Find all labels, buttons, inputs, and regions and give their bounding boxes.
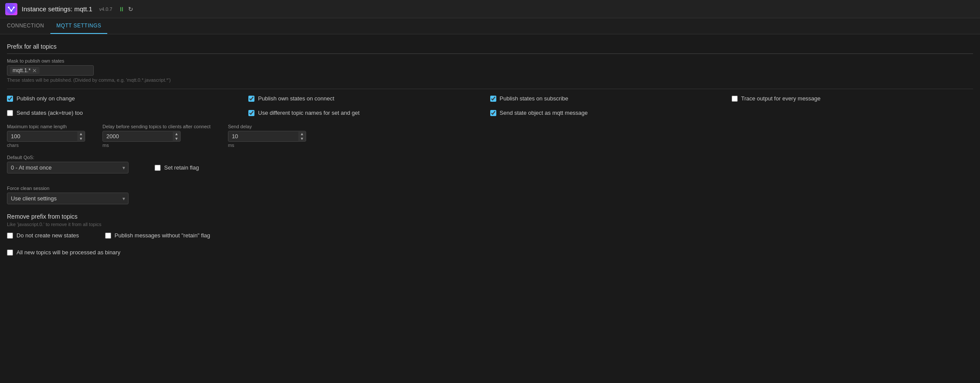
remove-prefix-checkboxes: Do not create new states Publish message… xyxy=(7,232,973,243)
delay-up[interactable]: ▲ xyxy=(175,132,178,137)
tab-connection[interactable]: CONNECTION xyxy=(1,18,50,34)
svg-point-3 xyxy=(10,10,12,12)
divider-1 xyxy=(7,89,973,89)
send-delay-spinners: ▲ ▼ xyxy=(298,132,306,141)
prefix-section-header: Prefix for all topics xyxy=(7,43,973,54)
delay-input[interactable] xyxy=(103,131,173,141)
mask-tag-text: mqtt.1.* xyxy=(13,67,30,73)
mask-input-wrapper: mqtt.1.* ✕ xyxy=(7,65,94,76)
publish-on-change-checkbox[interactable] xyxy=(7,96,13,102)
cb-col-publish-on-change: Publish only on change xyxy=(7,95,248,102)
binary-label: All new topics will be processed as bina… xyxy=(16,249,120,256)
app-logo xyxy=(5,3,17,15)
force-clean-select[interactable]: Use client settings Yes No xyxy=(7,193,129,204)
binary-group: All new topics will be processed as bina… xyxy=(7,249,973,256)
delay-label: Delay before sending topics to clients a… xyxy=(102,124,211,129)
max-topic-up[interactable]: ▲ xyxy=(79,132,83,137)
delay-unit: ms xyxy=(102,143,211,148)
default-qos-select-outer: 0 - At most once 1 - At least once 2 - E… xyxy=(7,162,129,173)
mask-tag: mqtt.1.* ✕ xyxy=(10,67,40,74)
send-ack-label: Send states (ack=true) too xyxy=(16,110,83,116)
set-retain-checkbox[interactable] xyxy=(155,165,161,171)
no-retain-label: Publish messages without "retain" flag xyxy=(115,232,210,239)
app-title: Instance settings: mqtt.1 xyxy=(22,5,92,13)
send-delay-field-group: Send delay ▲ ▼ ms xyxy=(228,124,306,148)
no-retain-checkbox[interactable] xyxy=(105,233,111,239)
send-state-object-checkbox[interactable] xyxy=(490,110,496,116)
publish-on-subscribe-checkbox[interactable] xyxy=(490,96,496,102)
send-delay-input[interactable] xyxy=(228,131,298,141)
binary-checkbox[interactable] xyxy=(7,250,13,256)
max-topic-unit: chars xyxy=(7,143,85,148)
force-clean-select-outer: Use client settings Yes No xyxy=(7,193,129,204)
send-delay-up[interactable]: ▲ xyxy=(300,132,304,137)
max-topic-down[interactable]: ▼ xyxy=(79,137,83,141)
trace-output-checkbox[interactable] xyxy=(732,96,738,102)
svg-point-2 xyxy=(13,7,15,8)
delay-down[interactable]: ▼ xyxy=(175,137,178,141)
no-new-states-checkbox[interactable] xyxy=(7,233,13,239)
send-state-object-label: Send state object as mqtt message xyxy=(500,110,588,116)
cb-col-send-ack: Send states (ack=true) too xyxy=(7,110,248,116)
max-topic-input-wrap: ▲ ▼ xyxy=(7,131,85,142)
max-topic-label: Maximum topic name length xyxy=(7,124,85,129)
pause-icon[interactable]: ⏸ xyxy=(119,6,125,13)
send-delay-label: Send delay xyxy=(228,124,306,129)
publish-own-states-label: Publish own states on connect xyxy=(258,95,334,102)
publish-on-subscribe-label: Publish states on subscribe xyxy=(500,95,568,102)
cb-col-send-state-object: Send state object as mqtt message xyxy=(490,110,732,116)
checkbox-row-1: Publish only on change Publish own state… xyxy=(7,95,973,102)
svg-point-0 xyxy=(7,4,16,14)
force-clean-group: Force clean session Use client settings … xyxy=(7,186,973,204)
tabs-bar: CONNECTION MQTT SETTINGS xyxy=(0,18,980,34)
remove-prefix-hint: Like 'javascript.0.' to remove it from a… xyxy=(7,222,973,227)
svg-point-1 xyxy=(8,7,10,8)
default-qos-label: Default QoS: xyxy=(7,155,129,160)
refresh-icon[interactable]: ↻ xyxy=(128,6,133,13)
checkbox-row-2: Send states (ack=true) too Use different… xyxy=(7,110,973,116)
cb-col-publish-on-subscribe: Publish states on subscribe xyxy=(490,95,732,102)
no-retain-group: Publish messages without "retain" flag xyxy=(105,232,210,239)
publish-own-states-checkbox[interactable] xyxy=(248,96,254,102)
max-topic-spinners: ▲ ▼ xyxy=(77,132,85,141)
force-clean-label: Force clean session xyxy=(7,186,973,191)
cb-col-diff-topic-names: Use different topic names for set and ge… xyxy=(248,110,490,116)
set-retain-group: Set retain flag xyxy=(155,164,199,171)
max-topic-field-group: Maximum topic name length ▲ ▼ chars xyxy=(7,124,85,148)
delay-field-group: Delay before sending topics to clients a… xyxy=(102,124,211,148)
remove-prefix-title: Remove prefix from topics xyxy=(7,213,973,220)
top-bar: Instance settings: mqtt.1 v4.0.7 ⏸ ↻ xyxy=(0,0,980,18)
cb-col-publish-own-states: Publish own states on connect xyxy=(248,95,490,102)
tab-mqtt-settings[interactable]: MQTT SETTINGS xyxy=(50,18,108,34)
publish-on-change-label: Publish only on change xyxy=(16,95,75,102)
mask-label: Mask to publish own states xyxy=(7,58,973,63)
version-badge: v4.0.7 xyxy=(99,7,112,12)
send-delay-input-wrap: ▲ ▼ xyxy=(228,131,306,142)
send-delay-down[interactable]: ▼ xyxy=(300,137,304,141)
numeric-fields-row: Maximum topic name length ▲ ▼ chars Dela… xyxy=(7,124,973,148)
set-retain-label: Set retain flag xyxy=(164,164,199,171)
mask-hint: These states will be published. (Divided… xyxy=(7,77,973,83)
delay-spinners: ▲ ▼ xyxy=(173,132,180,141)
send-delay-unit: ms xyxy=(228,143,306,148)
mask-tag-close[interactable]: ✕ xyxy=(32,68,37,73)
max-topic-input[interactable] xyxy=(7,131,77,141)
default-qos-group: Default QoS: 0 - At most once 1 - At lea… xyxy=(7,155,129,173)
no-new-states-label: Do not create new states xyxy=(16,232,79,239)
delay-input-wrap: ▲ ▼ xyxy=(102,131,181,142)
trace-output-label: Trace output for every message xyxy=(741,95,821,102)
main-content: Prefix for all topics Mask to publish ow… xyxy=(0,34,980,269)
send-ack-checkbox[interactable] xyxy=(7,110,13,116)
cb-col-trace-output: Trace output for every message xyxy=(732,95,973,102)
diff-topic-names-label: Use different topic names for set and ge… xyxy=(258,110,360,116)
no-new-states-group: Do not create new states xyxy=(7,232,79,239)
default-qos-select[interactable]: 0 - At most once 1 - At least once 2 - E… xyxy=(7,162,129,173)
diff-topic-names-checkbox[interactable] xyxy=(248,110,254,116)
